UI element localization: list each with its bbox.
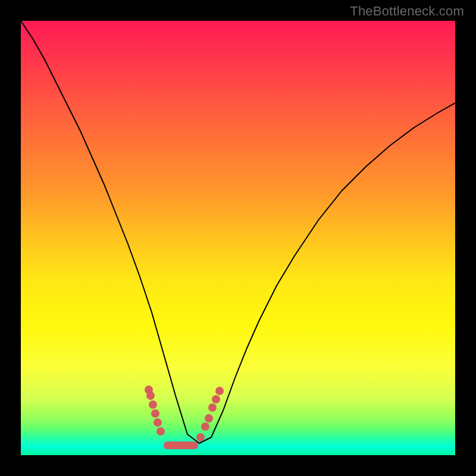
plot-area (21, 21, 455, 455)
bottleneck-curve-svg (21, 21, 455, 455)
curve-marker (146, 392, 155, 400)
curve-marker (215, 387, 224, 395)
curve-marker (151, 409, 159, 418)
bottleneck-curve (21, 21, 455, 443)
curve-marker (201, 422, 209, 431)
curve-marker (156, 427, 165, 436)
chart-frame: TheBottleneck.com (0, 0, 476, 476)
curve-marker (154, 418, 162, 427)
curve-marker (149, 400, 157, 409)
curve-marker (196, 433, 205, 441)
marker-group (145, 386, 224, 449)
curve-minimum-bar (164, 441, 198, 449)
watermark-text: TheBottleneck.com (350, 4, 464, 19)
curve-marker (205, 414, 213, 422)
curve-marker (212, 395, 220, 403)
curve-marker (208, 403, 217, 412)
